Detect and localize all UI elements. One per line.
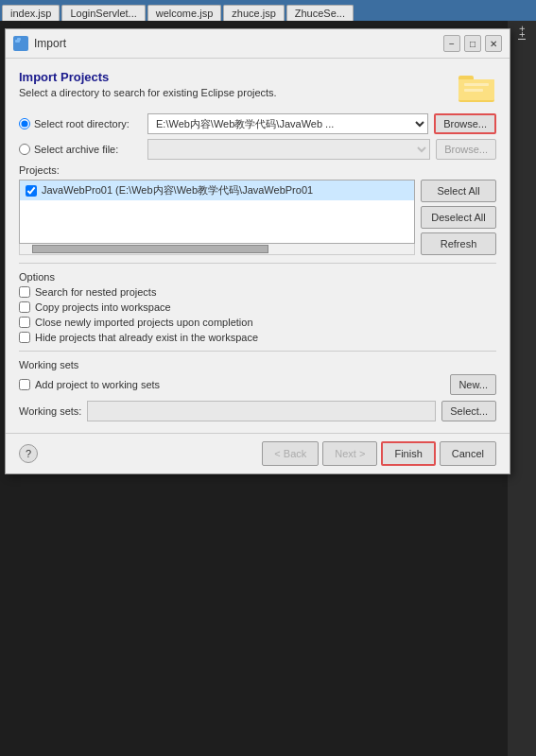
add-to-working-sets-label: Add project to working sets xyxy=(35,379,160,390)
next-button[interactable]: Next > xyxy=(322,441,377,466)
browse-archive-button: Browse... xyxy=(436,139,496,160)
folder-icon xyxy=(457,70,496,104)
archive-file-radio[interactable] xyxy=(19,144,30,155)
projects-list[interactable]: JavaWebPro01 (E:\Web内容\Web教学代码\JavaWebPr… xyxy=(19,180,415,244)
browse-root-button[interactable]: Browse... xyxy=(434,113,496,134)
working-sets-section-label: Working sets xyxy=(19,359,496,370)
dialog-title: Import xyxy=(34,37,66,50)
option-label-3: Hide projects that already exist in the … xyxy=(35,332,258,343)
nav-buttons: < Back Next > Finish Cancel xyxy=(262,441,496,466)
archive-file-label: Select archive file: xyxy=(34,144,118,155)
option-label-1: Copy projects into workspace xyxy=(35,301,171,313)
new-working-set-button[interactable]: New... xyxy=(450,374,496,395)
root-dir-radio-label[interactable]: Select root directory: xyxy=(19,118,142,129)
options-divider xyxy=(19,263,496,264)
close-button[interactable]: ✕ xyxy=(485,35,502,52)
options-label: Options xyxy=(19,271,496,283)
option-checkbox-2[interactable] xyxy=(19,317,30,328)
dialog-content: Import Projects Select a directory to se… xyxy=(6,59,510,433)
root-dir-radio[interactable] xyxy=(19,118,30,129)
option-row-2: Close newly imported projects upon compl… xyxy=(19,317,496,328)
dialog-header: Import Projects Select a directory to se… xyxy=(19,70,496,104)
dialog-title-bar: Import − □ ✕ xyxy=(6,29,510,59)
select-working-set-button[interactable]: Select... xyxy=(441,401,496,421)
bg-tab-1[interactable]: index.jsp xyxy=(2,5,60,21)
option-label-0: Search for nested projects xyxy=(35,286,156,298)
projects-buttons: Select All Deselect All Refresh xyxy=(421,180,496,255)
option-checkbox-0[interactable] xyxy=(19,286,30,298)
working-sets-input[interactable] xyxy=(87,401,436,421)
option-label-2: Close newly imported projects upon compl… xyxy=(35,317,253,328)
finish-button[interactable]: Finish xyxy=(381,441,435,466)
cancel-button[interactable]: Cancel xyxy=(440,441,496,466)
bg-right-label: I++ xyxy=(516,26,527,41)
root-dir-label: Select root directory: xyxy=(34,118,130,129)
add-to-working-sets-checkbox[interactable] xyxy=(19,379,30,390)
svg-rect-6 xyxy=(464,83,489,86)
title-controls: − □ ✕ xyxy=(443,35,502,52)
root-dir-row: Select root directory: E:\Web内容\Web教学代码\… xyxy=(19,113,496,134)
root-dir-dropdown[interactable]: E:\Web内容\Web教学代码\JavaWeb ... xyxy=(147,113,428,134)
working-sets-label: Working sets: xyxy=(19,405,81,417)
option-row-1: Copy projects into workspace xyxy=(19,301,496,313)
option-row-3: Hide projects that already exist in the … xyxy=(19,332,496,343)
option-checkbox-3[interactable] xyxy=(19,332,30,343)
select-all-button[interactable]: Select All xyxy=(421,180,496,202)
archive-file-dropdown[interactable] xyxy=(147,139,430,160)
back-button[interactable]: < Back xyxy=(262,441,319,466)
h-scroll-thumb[interactable] xyxy=(32,245,268,253)
dialog-icon xyxy=(13,36,28,51)
dialog-bottom: ? < Back Next > Finish Cancel xyxy=(6,433,510,473)
import-dialog: Import − □ ✕ Import Projects Select a di… xyxy=(5,28,510,474)
options-section: Options Search for nested projects Copy … xyxy=(19,271,496,343)
bg-tab-4[interactable]: zhuce.jsp xyxy=(223,5,284,21)
dialog-subtitle: Select a directory to search for existin… xyxy=(19,87,277,98)
refresh-button[interactable]: Refresh xyxy=(421,232,496,255)
projects-area: JavaWebPro01 (E:\Web内容\Web教学代码\JavaWebPr… xyxy=(19,180,496,255)
projects-list-wrapper: JavaWebPro01 (E:\Web内容\Web教学代码\JavaWebPr… xyxy=(19,180,415,255)
projects-h-scrollbar[interactable] xyxy=(19,244,415,255)
maximize-button[interactable]: □ xyxy=(464,35,481,52)
archive-file-radio-label[interactable]: Select archive file: xyxy=(19,144,142,155)
help-button[interactable]: ? xyxy=(19,444,38,463)
project-name: JavaWebPro01 (E:\Web内容\Web教学代码\JavaWebPr… xyxy=(42,183,313,198)
option-checkbox-1[interactable] xyxy=(19,301,30,313)
project-checkbox[interactable] xyxy=(26,185,37,197)
archive-file-row: Select archive file: Browse... xyxy=(19,139,496,160)
deselect-all-button[interactable]: Deselect All xyxy=(421,206,496,229)
project-item[interactable]: JavaWebPro01 (E:\Web内容\Web教学代码\JavaWebPr… xyxy=(20,180,414,200)
bg-tab-5[interactable]: ZhuceSe... xyxy=(286,5,354,21)
bg-right-panel: I++ xyxy=(508,21,536,756)
add-to-working-sets-row: Add project to working sets New... xyxy=(19,374,496,395)
working-sets-row: Working sets: Select... xyxy=(19,401,496,421)
working-sets-divider xyxy=(19,351,496,352)
svg-rect-7 xyxy=(464,89,483,92)
title-bar-left: Import xyxy=(13,36,66,51)
dialog-main-title: Import Projects xyxy=(19,70,277,84)
working-sets-section: Working sets Add project to working sets… xyxy=(19,359,496,421)
bg-tab-3[interactable]: welcome.jsp xyxy=(147,5,222,21)
option-row-0: Search for nested projects xyxy=(19,286,496,298)
bg-tab-2[interactable]: LoginServlet... xyxy=(61,5,145,21)
svg-rect-2 xyxy=(17,38,21,41)
minimize-button[interactable]: − xyxy=(443,35,460,52)
projects-section-label: Projects: xyxy=(19,164,496,176)
dialog-header-text: Import Projects Select a directory to se… xyxy=(19,70,277,98)
